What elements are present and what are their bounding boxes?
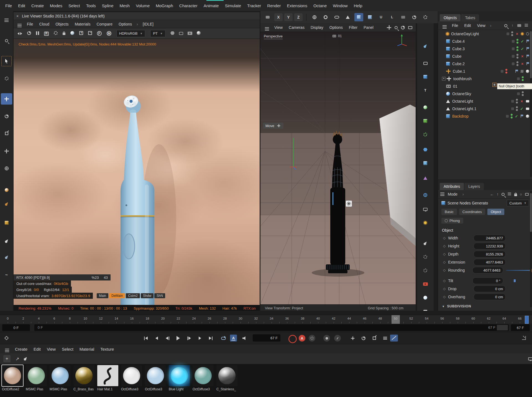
material-thumbnail[interactable]: [145, 365, 166, 386]
visibility-dot[interactable]: [516, 106, 518, 108]
visibility-dot[interactable]: [511, 114, 513, 116]
cube-primitive-icon[interactable]: [354, 13, 363, 21]
vp-menu-view[interactable]: View: [271, 24, 286, 31]
op-menu-file[interactable]: File: [449, 22, 461, 29]
import-arrow-icon[interactable]: ↗: [16, 356, 19, 361]
play-button[interactable]: [173, 334, 183, 342]
material-item[interactable]: Blue Light: [169, 365, 190, 391]
lv-menu-compare[interactable]: Compare: [93, 21, 116, 27]
panel-icon[interactable]: [528, 357, 532, 360]
menu-icon[interactable]: [443, 25, 447, 26]
range-end-field[interactable]: 67 F: [511, 324, 530, 331]
zoom-view-icon[interactable]: [395, 26, 398, 29]
snap-toggle-icon[interactable]: [399, 13, 408, 21]
visibility-dot[interactable]: [516, 57, 518, 59]
cube-object-icon[interactable]: [419, 71, 431, 83]
flag-tag-icon[interactable]: [526, 47, 529, 50]
mat-menu-view[interactable]: View: [44, 346, 59, 353]
deformer-icon[interactable]: [419, 172, 431, 184]
sun-tag-icon[interactable]: [521, 32, 524, 35]
next-key-button[interactable]: [195, 334, 205, 342]
maximize-view-icon[interactable]: [408, 26, 412, 29]
key-diamond-icon[interactable]: ◇: [443, 295, 446, 299]
object-row-octanelight-1[interactable]: OctaneLight.1✓: [438, 105, 532, 112]
layer-chip[interactable]: [512, 47, 515, 50]
enable-mark[interactable]: ✓: [520, 107, 524, 111]
record-rotation-button[interactable]: [359, 334, 369, 342]
key-diamond-icon[interactable]: ◇: [443, 260, 446, 264]
picker-add-icon[interactable]: [79, 31, 83, 36]
menu-tracker[interactable]: Tracker: [244, 2, 264, 9]
texture-sphere-icon[interactable]: [70, 31, 74, 36]
material-item[interactable]: C_Stainless_: [216, 365, 237, 391]
preview-range-track[interactable]: 0 F 67 F: [34, 324, 509, 331]
goto-start-button[interactable]: [141, 334, 151, 342]
octane-camera-icon[interactable]: [419, 278, 431, 290]
projection-tool-icon[interactable]: [1, 198, 12, 209]
vp-menu-options[interactable]: Options: [326, 24, 346, 31]
range-start-field[interactable]: 0 F: [2, 324, 30, 331]
material-item[interactable]: Hair Mat.1: [97, 365, 118, 391]
property-field[interactable]: 8155.2926: [474, 251, 506, 257]
attributes-scrollbar[interactable]: [530, 191, 532, 307]
platonic-primitive-icon[interactable]: [365, 13, 374, 21]
visibility-dot[interactable]: [522, 76, 524, 78]
generator-row[interactable]: Scene Nodes Generato Custom▼: [438, 199, 532, 208]
rotate-view-icon[interactable]: [401, 26, 405, 29]
material-item[interactable]: OctDiffuse2: [2, 365, 23, 391]
autokey-button[interactable]: A: [230, 335, 237, 342]
key-diamond-icon[interactable]: ◇: [443, 287, 446, 291]
visibility-dot[interactable]: [516, 39, 518, 41]
range-handle[interactable]: [497, 325, 508, 330]
menu-volume[interactable]: Volume: [133, 2, 153, 9]
snap-cubes-icon[interactable]: [1, 217, 12, 228]
menu-icon[interactable]: [17, 24, 22, 24]
previous-frame-button[interactable]: [162, 334, 172, 342]
layer-chip[interactable]: [507, 32, 509, 35]
subdivision-section[interactable]: ▼ SUBDIVISION: [438, 300, 532, 308]
target-highlight-icon[interactable]: [492, 83, 497, 87]
eyedropper-icon[interactable]: [23, 356, 28, 361]
gear-tag-icon[interactable]: [526, 32, 529, 36]
list-icon[interactable]: [508, 193, 511, 193]
menu-select[interactable]: Select: [65, 2, 83, 9]
light-object-icon[interactable]: [419, 217, 431, 229]
paint-tool-icon[interactable]: [1, 184, 12, 196]
object-row-cube[interactable]: Cube×: [438, 52, 532, 60]
flag-tag-icon[interactable]: [526, 62, 529, 65]
menu-extensions[interactable]: Extensions: [284, 2, 310, 9]
visibility-dot[interactable]: [522, 91, 524, 93]
goto-end-button[interactable]: [206, 334, 216, 342]
rotate-tool-icon[interactable]: [1, 110, 12, 122]
move-tool-icon[interactable]: [1, 93, 12, 105]
flag-tag-icon[interactable]: [521, 115, 523, 118]
menu-help[interactable]: Help: [351, 2, 365, 9]
menu-edit[interactable]: Edit: [15, 2, 28, 9]
menu-create[interactable]: Create: [28, 2, 47, 9]
key-diamond-icon[interactable]: ◇: [443, 236, 446, 240]
keying-settings-button[interactable]: [309, 335, 315, 342]
layer-chip[interactable]: [517, 92, 520, 95]
visibility-dot[interactable]: [505, 69, 507, 71]
preferences-gear-icon[interactable]: [421, 13, 430, 21]
property-field[interactable]: 0 °: [472, 277, 503, 284]
menu-mesh[interactable]: Mesh: [117, 2, 133, 9]
tab-takes[interactable]: Takes: [461, 14, 479, 21]
material-item[interactable]: C_Brass_Bas: [73, 365, 94, 391]
enable-mark[interactable]: ×: [520, 99, 524, 103]
pass-tab-demain[interactable]: DeMain: [109, 293, 125, 298]
capsule-primitive-icon[interactable]: [332, 13, 341, 21]
lv-menu-options[interactable]: Options: [116, 21, 135, 27]
view-label[interactable]: Perspective: [264, 34, 283, 39]
property-field[interactable]: 0 cm: [474, 285, 506, 292]
checker-tag-icon[interactable]: [521, 70, 523, 72]
sound-button[interactable]: [239, 334, 249, 342]
menu-file[interactable]: File: [2, 2, 15, 9]
button-tag-icon[interactable]: [526, 107, 529, 110]
pan-view-icon[interactable]: [387, 25, 391, 30]
visibility-dot[interactable]: [516, 102, 518, 103]
lv-camera-icon[interactable]: [188, 31, 192, 36]
section-tab-basic[interactable]: Basic: [441, 209, 457, 215]
lock-resolution-icon[interactable]: [63, 31, 65, 36]
visibility-dot[interactable]: [522, 79, 524, 81]
